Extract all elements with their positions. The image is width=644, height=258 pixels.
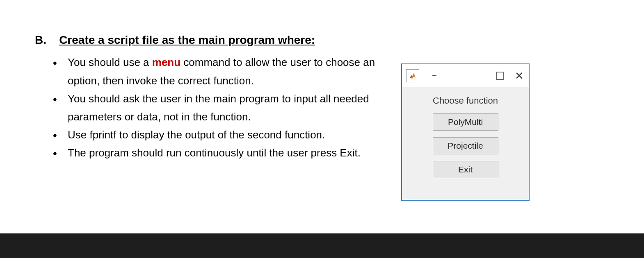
bullet-item: The program should run continuously unti… (35, 144, 404, 162)
bullet-text: Use fprintf to display the output of the… (68, 129, 325, 141)
bullet-text: You should ask the user in the main prog… (68, 93, 369, 123)
bullet-list: You should use a menu command to allow t… (35, 53, 404, 162)
page-root: B. Create a script file as the main prog… (0, 0, 644, 258)
document-content: B. Create a script file as the main prog… (35, 33, 404, 162)
dialog-prompt: Choose function (409, 95, 521, 106)
titlebar-dash-icon (432, 75, 436, 76)
bullet-item: You should use a menu command to allow t… (35, 53, 404, 89)
exit-button[interactable]: Exit (433, 161, 498, 178)
maximize-icon[interactable] (496, 72, 504, 80)
bottom-bar (0, 233, 644, 258)
bullet-text-prefix: You should use a (68, 56, 152, 68)
titlebar-left (406, 69, 436, 82)
section-letter: B. (35, 33, 46, 48)
bullet-item: Use fprintf to display the output of the… (35, 126, 404, 144)
projectile-button[interactable]: Projectile (433, 137, 498, 154)
highlight-menu-word: menu (152, 56, 180, 68)
polymulti-button[interactable]: PolyMulti (433, 113, 498, 131)
matlab-icon (409, 72, 417, 80)
window-titlebar: ✕ (402, 64, 529, 87)
close-icon[interactable]: ✕ (515, 70, 524, 81)
section-heading: B. Create a script file as the main prog… (35, 33, 404, 48)
bullet-item: You should ask the user in the main prog… (35, 90, 404, 126)
section-title: Create a script file as the main program… (59, 34, 315, 46)
dialog-body: Choose function PolyMulti Projectile Exi… (402, 87, 529, 200)
menu-dialog: ✕ Choose function PolyMulti Projectile E… (401, 63, 530, 201)
app-icon (406, 69, 419, 82)
bullet-text: The program should run continuously unti… (68, 147, 361, 159)
titlebar-right: ✕ (496, 70, 524, 81)
